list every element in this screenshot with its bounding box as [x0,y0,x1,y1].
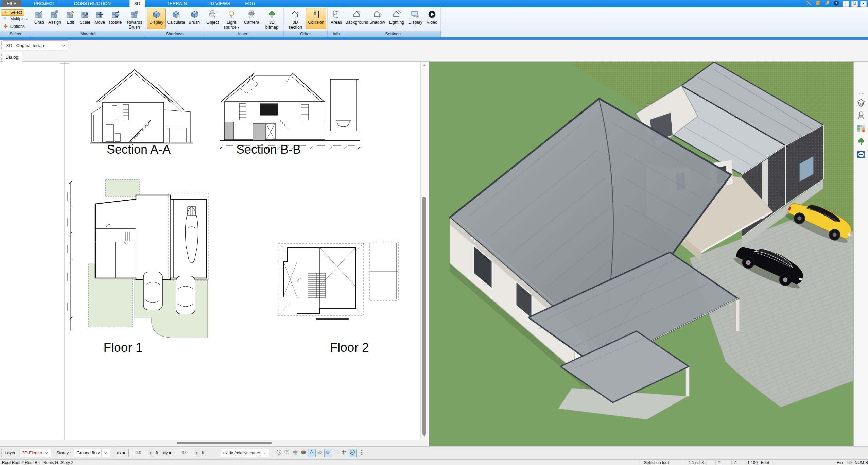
ribbon-button-camera[interactable]: Camera [242,8,261,29]
minimize-button[interactable]: – [843,1,849,7]
ribbon-button-shadow[interactable]: Shadow [367,8,387,29]
north-arrow-toggle[interactable]: N [349,449,357,457]
tab-3d[interactable]: 3D [129,0,145,7]
dy-spinner[interactable]: ▲▼ [194,449,199,457]
tab-construction[interactable]: CONSTRUCTION [69,0,116,7]
scroll-up-arrow[interactable]: ▲ [421,62,428,68]
ribbon-button-options[interactable]: Options [1,23,27,30]
ribbon-button-brush[interactable]: Brush [187,8,202,29]
tab-project[interactable]: PROJECT [29,0,60,7]
ribbon-button-move[interactable]: Move [92,8,107,29]
toolbar-grip[interactable] [857,93,865,94]
ribbon-button-lighting[interactable]: Lighting [387,8,406,29]
dx-input[interactable]: 0.0 [128,449,148,457]
ribbon-button-3d-section[interactable]: 3D section [285,8,306,29]
ribbon-button-3d-bitmap[interactable]: 3D bitmap [261,8,282,29]
3d-bitmap-icon [267,10,276,20]
chevron-down-icon[interactable] [59,41,68,50]
layer-select[interactable]: 2D-Elements [20,449,51,457]
layer-stack-button[interactable] [856,98,867,109]
chevron-down-icon[interactable] [101,449,110,457]
storey-label: Storey : [56,451,71,455]
ribbon-button-background[interactable]: Background [346,8,367,29]
grid-toggle[interactable] [341,449,348,457]
chevron-down-icon[interactable] [42,449,51,457]
section-bb-drawing: Section B-B [220,73,360,156]
textures-toggle[interactable] [300,449,308,457]
ribbon-group-info: ?AreasInfo [328,7,345,37]
multiple-icon [3,16,8,23]
z-coordinate: Z: [734,460,737,465]
move-icon [95,10,104,20]
tab-edit[interactable]: EDIT [241,0,261,7]
ribbon-button-video[interactable]: Video [424,8,439,29]
hatching-toggle[interactable] [316,449,324,457]
coordinate-mode-select[interactable]: dx,dy (relative cartesian) [221,449,269,457]
shadow-icon [373,10,382,20]
horizontal-scrollbar-thumb[interactable] [177,442,272,444]
ribbon-button-assign[interactable]: Assign [46,8,63,29]
furniture-chair-button[interactable] [856,111,867,122]
ribbon-button-display[interactable]: Display [406,8,424,29]
ribbon-button-light-source[interactable]: Light source ▾ [221,8,242,29]
status-bar: Roof Roof 2 Roof B L=Roofs G=Story 2 Sel… [0,459,868,465]
ribbon-button-calculate[interactable]: Calculate [166,8,187,29]
tab-terrain[interactable]: TERRAIN [162,0,191,7]
toolbar-grip[interactable] [1,41,2,49]
toolbar-grip[interactable] [1,52,2,61]
view-selector[interactable]: 3D Original terrain [3,40,68,50]
layer-waves-icon [333,449,340,457]
svg-text:N: N [351,451,353,454]
ribbon-group-shadows: DisplayCalculateBrushShadows [146,7,203,37]
toolbar-grip[interactable] [361,450,363,457]
ribbon-button-display[interactable]: Display [147,8,166,29]
tab-2d-views[interactable]: 2D VIEWS [204,0,235,7]
ribbon-button-areas[interactable]: ?Areas [329,8,344,29]
ribbon-button-rotate[interactable]: Rotate [107,8,124,29]
contours-toggle[interactable] [332,449,340,457]
render-quality-toggle[interactable] [283,449,291,457]
storey-select[interactable]: Ground floor [74,449,110,457]
toolbar-grip[interactable] [1,449,2,457]
tools-icon[interactable] [806,1,813,7]
time-toggle[interactable] [275,449,283,457]
3d-section-icon [291,10,300,20]
x-coordinate: X: [701,460,705,465]
package-icon[interactable] [815,1,822,7]
tree-green-button[interactable] [856,137,867,148]
ribbon-button-grab[interactable]: Grab [32,8,46,29]
hatch-lines-icon [317,449,323,457]
ribbon-button-select[interactable]: Select [1,9,24,16]
ribbon-group-insert: ObjectLight source ▾Camera3D bitmapInser… [203,7,284,37]
camera-position-toggle[interactable] [292,449,299,457]
close-button[interactable]: ✕ [860,1,867,7]
ribbon-group-settings: BackgroundShadowLightingDisplayVideoSett… [345,7,441,37]
help-icon[interactable]: ? [833,1,840,7]
palette-button[interactable] [856,124,867,135]
ribbon-button-multiple[interactable]: Multiple ▾ [1,16,30,23]
restore-button[interactable]: ❐ [851,1,858,7]
remote-control-button[interactable] [856,150,867,160]
tab-file[interactable]: FILE [2,0,21,7]
vertical-scrollbar-thumb[interactable] [422,197,426,435]
2d-plan-view[interactable]: Section A-A Section [0,62,420,440]
3d-view[interactable] [429,62,854,446]
calculate-icon [172,10,180,20]
surface-diamond-icon [325,449,331,457]
ribbon-button-edit[interactable]: Edit [63,8,77,29]
ribbon-button-object[interactable]: Object [204,8,221,29]
background-icon [352,10,361,20]
arrange-icon[interactable] [824,1,831,7]
angle-snap-toggle[interactable] [308,449,316,457]
ribbon-button-collision[interactable]: Collision [306,8,326,29]
dialog-tab[interactable]: Dialog: [3,52,22,62]
ribbon-button-scale[interactable]: Scale [77,8,92,29]
selection-info: Roof Roof 2 Roof B L=Roofs G=Story 2 [2,460,73,465]
bottom-toolbar: Layer: 2D-Elements Storey : Ground floor… [0,446,868,459]
surfaces-toggle[interactable] [324,449,332,457]
ribbon-button-towards-brush[interactable]: Towards Brush [124,8,145,29]
dy-input[interactable]: 0.0 [175,449,194,457]
screen-star-icon [284,449,291,457]
dx-spinner[interactable]: ▲▼ [148,449,153,457]
layer-value: 2D-Elements [20,451,42,455]
